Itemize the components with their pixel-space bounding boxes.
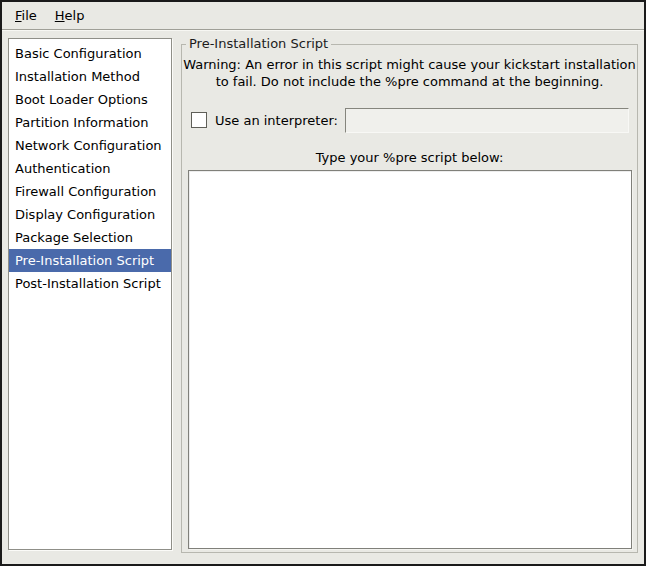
sidebar-item-pre-installation-script[interactable]: Pre-Installation Script [9, 249, 171, 272]
sidebar-item-partition-information[interactable]: Partition Information [9, 111, 171, 134]
menu-file[interactable]: File [6, 5, 46, 27]
sidebar-item-network-configuration[interactable]: Network Configuration [9, 134, 171, 157]
warning-text: Warning: An error in this script might c… [182, 56, 637, 90]
menubar: File Help [2, 2, 644, 30]
menu-help[interactable]: Help [46, 5, 94, 27]
category-list: Basic Configuration Installation Method … [8, 38, 172, 550]
use-interpreter-checkbox[interactable] [191, 112, 207, 128]
interpreter-row: Use an interpreter: [191, 107, 629, 133]
interpreter-entry[interactable] [345, 108, 629, 133]
sidebar-item-basic-configuration[interactable]: Basic Configuration [9, 42, 171, 65]
warning-line-2: to fail. Do not include the %pre command… [182, 73, 637, 90]
use-interpreter-label: Use an interpreter: [215, 113, 338, 128]
frame-title: Pre-Installation Script [186, 36, 331, 51]
sidebar-item-boot-loader-options[interactable]: Boot Loader Options [9, 88, 171, 111]
pre-script-textarea[interactable] [188, 170, 632, 549]
kickstart-configurator-window: File Help Basic Configuration Installati… [0, 0, 646, 566]
pre-installation-script-frame: Pre-Installation Script Warning: An erro… [181, 44, 638, 553]
sidebar-item-authentication[interactable]: Authentication [9, 157, 171, 180]
sidebar-item-post-installation-script[interactable]: Post-Installation Script [9, 272, 171, 295]
script-instruction-label: Type your %pre script below: [182, 150, 637, 165]
sidebar-item-display-configuration[interactable]: Display Configuration [9, 203, 171, 226]
sidebar-item-package-selection[interactable]: Package Selection [9, 226, 171, 249]
sidebar-item-installation-method[interactable]: Installation Method [9, 65, 171, 88]
sidebar-item-firewall-configuration[interactable]: Firewall Configuration [9, 180, 171, 203]
warning-line-1: Warning: An error in this script might c… [182, 56, 637, 73]
